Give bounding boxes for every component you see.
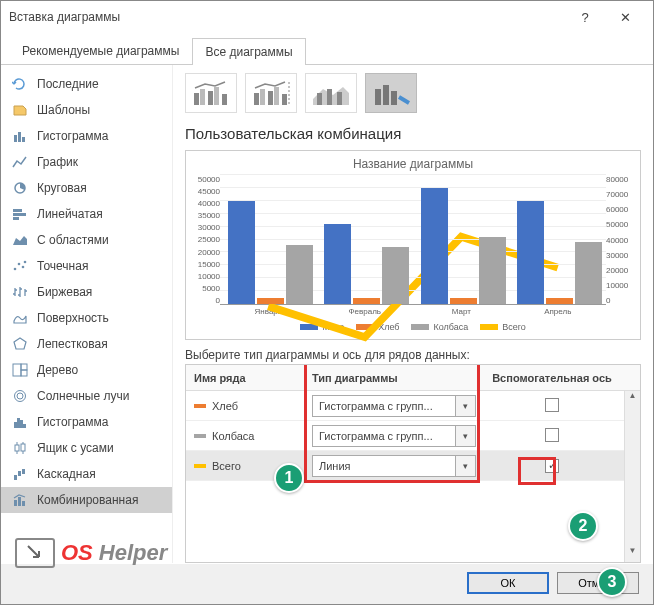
y-axis-left: 5000045000400003500030000250002000015000… [186, 175, 220, 305]
cancel-button[interactable]: Отмена [557, 572, 639, 594]
subtype-clustered-line[interactable] [185, 73, 237, 113]
y-axis-right: 8000070000600005000040000300002000010000… [606, 175, 640, 305]
scatter-chart-icon [11, 258, 29, 274]
sidebar-item-waterfall[interactable]: Каскадная [1, 461, 172, 487]
area-chart-icon [11, 232, 29, 248]
svg-rect-1 [18, 132, 21, 142]
preview-chart-title: Название диаграммы [194, 157, 632, 171]
chart-preview: Название диаграммы 500004500040000350003… [185, 150, 641, 340]
series-type-select[interactable]: Гистограмма с групп...▾ [312, 425, 476, 447]
combo-chart-icon [11, 492, 29, 508]
svg-rect-28 [194, 93, 199, 105]
close-button[interactable]: ✕ [605, 10, 645, 25]
section-title: Пользовательская комбинация [185, 125, 641, 142]
chevron-down-icon: ▾ [455, 456, 475, 476]
sidebar-item-boxwhisker[interactable]: Ящик с усами [1, 435, 172, 461]
svg-point-15 [15, 391, 26, 402]
watermark-text-1: OS [61, 540, 93, 566]
watermark: OS Helper [15, 538, 167, 568]
secondary-axis-checkbox[interactable]: ✓ [545, 459, 559, 473]
sidebar-item-combo[interactable]: Комбинированная [1, 487, 172, 513]
secondary-axis-checkbox[interactable] [545, 428, 559, 442]
tab-recommended[interactable]: Рекомендуемые диаграммы [9, 37, 192, 64]
svg-point-10 [24, 261, 27, 264]
svg-rect-24 [22, 469, 25, 474]
col-header-aux: Вспомогательная ось [482, 372, 640, 384]
series-row[interactable]: Колбаса Гистограмма с групп...▾ [186, 421, 640, 451]
subtype-stacked-area-column[interactable] [305, 73, 357, 113]
watermark-text-2: Helper [99, 540, 167, 566]
svg-rect-11 [13, 364, 21, 376]
series-row[interactable]: Хлеб Гистограмма с групп...▾ [186, 391, 640, 421]
sidebar-item-bar[interactable]: Линейчатая [1, 201, 172, 227]
series-type-select[interactable]: Гистограмма с групп...▾ [312, 395, 476, 417]
chart-type-list: Последние Шаблоны Гистограмма График Кру… [1, 65, 173, 563]
sidebar-item-label: Ящик с усами [37, 441, 114, 455]
series-type-select[interactable]: Линия▾ [312, 455, 476, 477]
sunburst-icon [11, 388, 29, 404]
sidebar-item-histogram[interactable]: Гистограмма [1, 409, 172, 435]
svg-rect-40 [337, 92, 342, 105]
sidebar-item-label: Гистограмма [37, 129, 108, 143]
sidebar-item-treemap[interactable]: Дерево [1, 357, 172, 383]
sidebar-item-label: Лепестковая [37, 337, 108, 351]
svg-rect-25 [14, 500, 17, 506]
series-row[interactable]: Всего Линия▾ ✓ [186, 451, 640, 481]
sidebar-item-templates[interactable]: Шаблоны [1, 97, 172, 123]
sidebar-item-label: Солнечные лучи [37, 389, 129, 403]
svg-rect-31 [214, 87, 219, 105]
vertical-scrollbar[interactable]: ▲▼ [624, 391, 640, 562]
sidebar-item-label: Точечная [37, 259, 88, 273]
svg-rect-20 [15, 445, 19, 451]
subtype-clustered-line-secondary[interactable] [245, 73, 297, 113]
sidebar-item-scatter[interactable]: Точечная [1, 253, 172, 279]
chevron-down-icon: ▾ [455, 396, 475, 416]
sidebar-item-pie[interactable]: Круговая [1, 175, 172, 201]
plot-area [220, 175, 606, 305]
svg-rect-43 [391, 91, 397, 105]
ok-button[interactable]: ОК [467, 572, 549, 594]
svg-rect-19 [23, 424, 26, 428]
chevron-down-icon: ▾ [455, 426, 475, 446]
svg-rect-33 [254, 93, 259, 105]
sidebar-item-recent[interactable]: Последние [1, 71, 172, 97]
subtype-custom[interactable] [365, 73, 417, 113]
sidebar-item-radar[interactable]: Лепестковая [1, 331, 172, 357]
sidebar-item-label: Дерево [37, 363, 78, 377]
svg-rect-6 [13, 217, 19, 220]
sidebar-item-line[interactable]: График [1, 149, 172, 175]
sidebar-item-column[interactable]: Гистограмма [1, 123, 172, 149]
sidebar-item-label: Линейчатая [37, 207, 103, 221]
sidebar-item-label: Шаблоны [37, 103, 90, 117]
help-button[interactable]: ? [565, 10, 605, 25]
svg-rect-18 [20, 420, 23, 428]
svg-rect-4 [13, 209, 22, 212]
tab-bar: Рекомендуемые диаграммы Все диаграммы [1, 37, 653, 65]
sidebar-item-sunburst[interactable]: Солнечные лучи [1, 383, 172, 409]
svg-rect-42 [383, 85, 389, 105]
svg-rect-39 [327, 89, 332, 105]
recent-icon [11, 76, 29, 92]
svg-rect-41 [375, 89, 381, 105]
stock-chart-icon [11, 284, 29, 300]
dialog-footer: ОК Отмена [1, 564, 653, 604]
box-whisker-icon [11, 440, 29, 456]
watermark-logo-icon [15, 538, 55, 568]
svg-point-7 [14, 268, 17, 271]
surface-chart-icon [11, 310, 29, 326]
svg-rect-21 [21, 444, 25, 451]
sidebar-item-area[interactable]: С областями [1, 227, 172, 253]
svg-point-14 [17, 393, 23, 399]
svg-rect-26 [18, 497, 21, 506]
svg-rect-27 [22, 501, 25, 506]
sidebar-item-stock[interactable]: Биржевая [1, 279, 172, 305]
svg-rect-16 [14, 422, 17, 428]
tab-all[interactable]: Все диаграммы [192, 38, 305, 65]
col-header-name: Имя ряда [186, 372, 306, 384]
svg-rect-36 [274, 87, 279, 105]
sidebar-item-surface[interactable]: Поверхность [1, 305, 172, 331]
svg-rect-2 [22, 137, 25, 142]
svg-rect-30 [208, 91, 213, 105]
svg-rect-34 [260, 89, 265, 105]
secondary-axis-checkbox[interactable] [545, 398, 559, 412]
